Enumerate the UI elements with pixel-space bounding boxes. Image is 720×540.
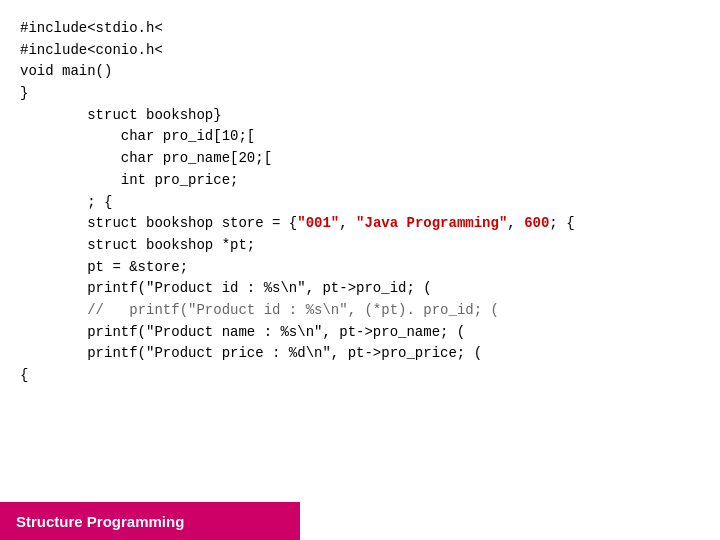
code-line-1: #include<stdio.h< #include<conio.h< void… bbox=[20, 20, 575, 383]
bottom-bar-label: Structure Programming bbox=[16, 513, 184, 530]
code-area: #include<stdio.h< #include<conio.h< void… bbox=[0, 0, 720, 500]
bottom-bar: Structure Programming bbox=[0, 502, 300, 540]
